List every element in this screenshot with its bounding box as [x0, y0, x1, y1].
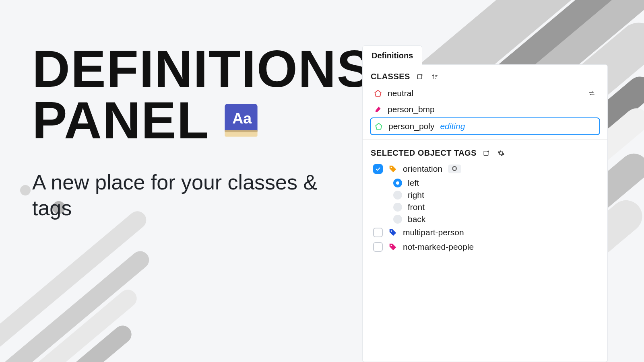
option-label: back [408, 214, 425, 224]
svg-point-9 [391, 230, 392, 232]
radio-button[interactable] [393, 179, 402, 187]
tag-icon [388, 228, 397, 237]
tag-checkbox[interactable] [373, 242, 383, 252]
svg-rect-2 [225, 130, 257, 132]
tag-checkbox[interactable] [373, 228, 383, 237]
tag-options: left right front back [370, 177, 600, 225]
editing-indicator: editing [440, 121, 465, 131]
svg-rect-4 [417, 74, 422, 79]
svg-point-8 [391, 167, 392, 168]
dictionary-book-icon: Aa [221, 100, 261, 140]
option-label: left [408, 178, 419, 188]
tag-option-left[interactable]: left [390, 177, 600, 189]
tab-label: Definitions [372, 51, 413, 60]
hero-title-line2: Panel [32, 96, 210, 146]
classes-header-label: CLASSES [371, 72, 410, 81]
radio-button[interactable] [393, 203, 402, 212]
tag-option-front[interactable]: front [390, 201, 600, 213]
definitions-panel: Definitions CLASSES neutral person_bmp p… [362, 64, 608, 362]
tag-name-label: multipart-person [403, 228, 464, 237]
hero: Definitions Panel Aa A new place for you… [32, 44, 322, 221]
tag-type-badge: O [448, 165, 461, 173]
tags-header-label: SELECTED OBJECT TAGS [371, 148, 477, 158]
svg-text:Aa: Aa [232, 110, 252, 127]
radio-button[interactable] [393, 215, 402, 224]
sort-classes-icon[interactable] [430, 72, 439, 81]
tag-option-back[interactable]: back [390, 213, 600, 225]
svg-marker-6 [376, 123, 382, 130]
svg-rect-7 [484, 151, 488, 155]
tag-checkbox[interactable] [373, 164, 383, 174]
class-name-label: person_bmp [388, 105, 435, 114]
class-name-label: person_poly [388, 121, 434, 131]
tag-name-label: not-marked-people [403, 242, 474, 252]
tag-row-not-marked-people[interactable]: not-marked-people [370, 240, 600, 254]
option-label: front [408, 202, 425, 212]
tag-settings-icon[interactable] [497, 149, 506, 158]
tag-name-label: orientation [403, 164, 442, 174]
option-label: right [408, 190, 424, 200]
add-class-icon[interactable] [416, 72, 425, 81]
hero-title-line1: Definitions [32, 44, 322, 94]
tag-row-multipart-person[interactable]: multipart-person [370, 225, 600, 240]
tab-definitions[interactable]: Definitions [362, 45, 422, 65]
radio-button[interactable] [393, 191, 402, 200]
classes-section-header: CLASSES [370, 70, 600, 85]
pentagon-icon [375, 122, 383, 130]
tag-row-orientation[interactable]: orientation O [370, 162, 600, 176]
class-row-neutral[interactable]: neutral [370, 85, 600, 101]
svg-point-10 [391, 245, 392, 246]
class-name-label: neutral [388, 88, 413, 98]
hero-subtitle: A new place for your classes & tags [32, 169, 322, 221]
tags-section-header: SELECTED OBJECT TAGS [370, 147, 600, 162]
tag-icon [388, 243, 397, 251]
class-row-person_poly[interactable]: person_poly editing [370, 117, 600, 135]
tag-icon [388, 165, 397, 173]
section-divider [363, 139, 607, 140]
pentagon-icon [374, 89, 382, 97]
brush-icon [374, 105, 382, 113]
tag-option-right[interactable]: right [390, 189, 600, 201]
swap-arrows-icon[interactable] [587, 89, 596, 98]
svg-marker-5 [375, 90, 381, 97]
add-tag-icon[interactable] [482, 149, 491, 158]
class-row-person_bmp[interactable]: person_bmp [370, 101, 600, 117]
